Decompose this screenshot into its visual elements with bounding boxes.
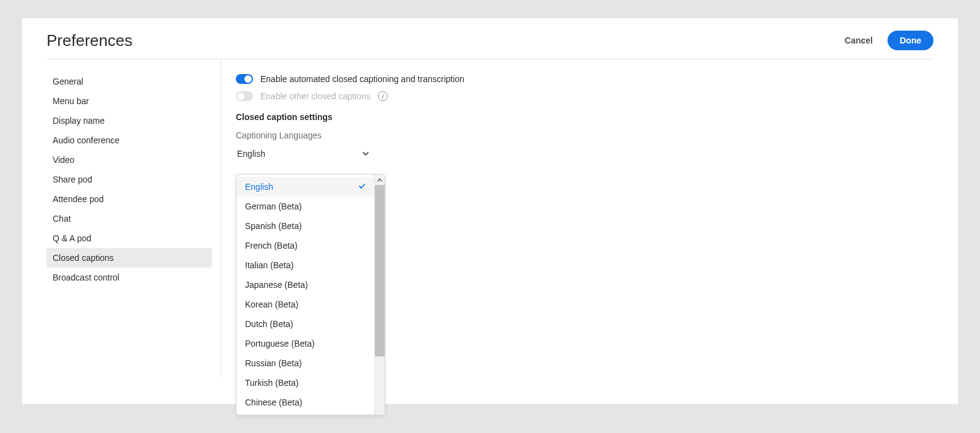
select-value: English [237, 149, 265, 159]
body: GeneralMenu barDisplay nameAudio confere… [22, 59, 958, 378]
main-panel: Enable automated closed captioning and t… [221, 59, 958, 378]
language-option-label: Dutch (Beta) [245, 319, 293, 329]
language-option[interactable]: Portuguese (Beta) [236, 334, 374, 353]
sidebar-item-attendee-pod[interactable]: Attendee pod [47, 189, 212, 209]
language-option-label: Japanese (Beta) [245, 280, 308, 290]
enable-other-cc-label: Enable other closed captions [260, 91, 371, 101]
toggle-knob [244, 75, 252, 83]
language-option[interactable]: French (Beta) [236, 236, 374, 255]
sidebar-item-closed-captions[interactable]: Closed captions [47, 248, 212, 268]
enable-auto-cc-label: Enable automated closed captioning and t… [260, 74, 464, 84]
scroll-up-arrow-icon[interactable] [375, 175, 385, 185]
language-option[interactable]: Dutch (Beta) [236, 314, 374, 334]
cancel-button[interactable]: Cancel [845, 36, 873, 45]
sidebar-item-label: Share pod [53, 175, 92, 184]
sidebar-item-label: Chat [53, 214, 71, 224]
sidebar-item-display-name[interactable]: Display name [47, 111, 212, 130]
sidebar-item-audio-conference[interactable]: Audio conference [47, 130, 212, 150]
scrollbar[interactable] [374, 175, 385, 415]
language-option-label: Portuguese (Beta) [245, 339, 315, 348]
language-option-label: Chinese (Beta) [245, 397, 302, 407]
language-option[interactable]: Korean (Beta) [236, 295, 374, 314]
sidebar-item-qa-pod[interactable]: Q & A pod [47, 228, 212, 248]
enable-auto-cc-toggle[interactable] [236, 74, 253, 84]
captioning-languages-label: Captioning Languages [236, 130, 958, 140]
sidebar-item-label: Video [53, 155, 75, 165]
sidebar-item-general[interactable]: General [47, 72, 212, 91]
sidebar-item-label: Attendee pod [53, 194, 104, 204]
language-option-label: Turkish (Beta) [245, 378, 298, 388]
header-actions: Cancel Done [845, 31, 933, 50]
language-option-label: Italian (Beta) [245, 260, 293, 270]
sidebar-item-label: Menu bar [53, 96, 89, 106]
info-icon[interactable]: i [378, 91, 388, 101]
sidebar-item-label: Display name [53, 116, 105, 126]
chevron-down-icon [362, 150, 369, 157]
sidebar-item-share-pod[interactable]: Share pod [47, 170, 212, 189]
language-option[interactable]: German (Beta) [236, 197, 374, 216]
sidebar-item-label: Audio conference [53, 135, 119, 145]
scroll-track-remainder[interactable] [375, 356, 385, 415]
language-option[interactable]: Russian (Beta) [236, 353, 374, 373]
sidebar-item-broadcast-control[interactable]: Broadcast control [47, 268, 212, 287]
language-option-label: French (Beta) [245, 241, 298, 250]
language-option-label: German (Beta) [245, 201, 302, 211]
header: Preferences Cancel Done [22, 18, 958, 59]
language-option-label: Spanish (Beta) [245, 221, 302, 231]
enable-other-cc-row: Enable other closed captions i [236, 91, 958, 101]
sidebar-item-chat[interactable]: Chat [47, 209, 212, 228]
scroll-thumb[interactable] [375, 185, 385, 356]
language-option[interactable]: Turkish (Beta) [236, 373, 374, 393]
captioning-language-dropdown: EnglishGerman (Beta)Spanish (Beta)French… [236, 174, 385, 415]
sidebar: GeneralMenu barDisplay nameAudio confere… [47, 59, 221, 378]
sidebar-item-label: Broadcast control [53, 273, 119, 282]
language-option[interactable]: English [236, 177, 374, 197]
enable-other-cc-toggle [236, 91, 253, 101]
language-option-label: English [245, 182, 273, 192]
language-option[interactable]: Italian (Beta) [236, 255, 374, 275]
toggle-knob [237, 92, 244, 100]
dropdown-list: EnglishGerman (Beta)Spanish (Beta)French… [236, 175, 374, 415]
sidebar-item-label: Q & A pod [53, 233, 91, 243]
preferences-window: Preferences Cancel Done GeneralMenu barD… [22, 18, 958, 404]
language-option[interactable]: Chinese (Beta) [236, 393, 374, 412]
captioning-language-select[interactable]: English [236, 146, 371, 161]
language-option-label: Russian (Beta) [245, 358, 302, 368]
cc-settings-heading: Closed caption settings [236, 112, 958, 122]
sidebar-item-label: Closed captions [53, 253, 114, 263]
sidebar-item-menu-bar[interactable]: Menu bar [47, 91, 212, 111]
language-option-label: Korean (Beta) [245, 299, 298, 309]
sidebar-item-label: General [53, 77, 83, 86]
language-option[interactable]: Spanish (Beta) [236, 216, 374, 236]
check-icon [358, 182, 366, 192]
done-button[interactable]: Done [888, 31, 933, 50]
language-option[interactable]: Japanese (Beta) [236, 275, 374, 295]
enable-auto-cc-row: Enable automated closed captioning and t… [236, 74, 958, 84]
sidebar-item-video[interactable]: Video [47, 150, 212, 170]
page-title: Preferences [47, 31, 132, 50]
